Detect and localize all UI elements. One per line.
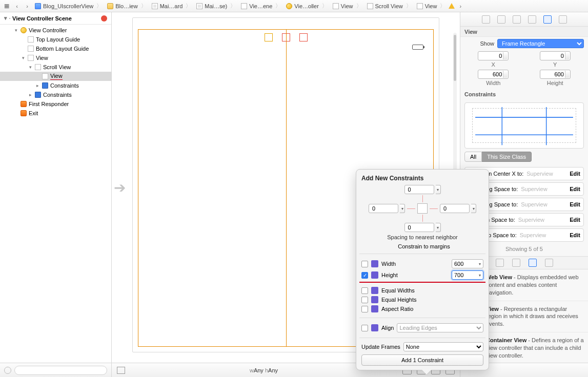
pin-left-field[interactable] [369,204,398,213]
tree-row[interactable]: ▾View [0,53,111,62]
pin-bottom-field[interactable] [404,223,434,232]
constraints-header: Constraints [460,89,588,99]
breadcrumb-item[interactable]: Mai…se)〉 [194,2,238,10]
tree-row[interactable]: ▾Scroll View [0,62,111,72]
scene-header[interactable]: ▾View Controller Scene [0,12,111,25]
inspector-section-view: View [460,27,588,37]
annotation-underline [359,282,485,283]
pin-top-menu[interactable]: ▾ [436,185,441,194]
width-field[interactable] [478,70,509,79]
align-icon [371,324,378,331]
constraint-edit[interactable]: Edit [570,201,580,207]
height-field[interactable] [540,70,571,79]
constraint-edit[interactable]: Edit [570,232,580,238]
breadcrumb-overflow[interactable]: › [456,2,465,11]
width-value[interactable]: 600▾ [452,259,483,268]
equal-heights-icon [371,296,378,303]
pin-top-field[interactable] [404,185,434,194]
seg-all[interactable]: All [464,152,482,162]
aspect-ratio-icon [371,305,378,312]
segue-arrow-icon: ➔ [114,179,126,196]
align-checkbox[interactable] [361,325,368,331]
breadcrumb-item[interactable]: Blog_UIscrollerView〉 [33,2,104,10]
inspector-tab-bar [460,12,588,27]
tree-row[interactable]: ▸Constraints [0,81,111,90]
equal-widths-checkbox[interactable] [361,287,368,294]
back-button[interactable]: ‹ [12,2,22,11]
quickhelp-inspector-tab[interactable] [497,15,505,24]
pin-left-menu[interactable]: ▾ [400,204,405,213]
pin-center-box[interactable] [417,203,428,214]
constraint-edit[interactable]: Edit [570,171,580,177]
breadcrumb-bar: ▦ ‹ › Blog_UIscrollerView〉 Blo…iew〉 Mai…… [0,0,588,12]
outline-filter[interactable] [14,366,107,375]
update-frames-select[interactable]: None [403,342,483,351]
forward-button[interactable]: › [23,2,32,11]
outline-tree: ▾View ControllerTop Layout GuideBottom L… [0,25,111,119]
size-class-control[interactable]: wAny hAny [250,367,278,373]
height-checkbox[interactable]: ✓ [361,272,368,279]
file-inspector-tab[interactable] [482,15,490,24]
size-class-segmented[interactable]: All This Size Class [464,152,584,162]
equal-heights-checkbox[interactable] [361,297,368,303]
width-icon [371,260,378,267]
breadcrumb-item[interactable]: Scroll View〉 [365,2,414,10]
add-constraints-button[interactable]: Add 1 Constraint [361,354,483,366]
constraint-edit[interactable]: Edit [570,217,580,223]
seg-this-size-class[interactable]: This Size Class [482,152,532,162]
warning-icon[interactable] [449,3,455,9]
scene-status-icon[interactable] [101,15,107,22]
constraint-edit[interactable]: Edit [570,186,580,192]
document-outline-toggle[interactable] [117,367,125,374]
tree-row[interactable]: ▾View Controller [0,26,111,35]
media-library-tab[interactable] [545,259,553,267]
show-label: Show [464,40,494,47]
file-templates-tab[interactable] [496,259,504,267]
breadcrumb-item[interactable]: Vie…ene〉 [239,2,283,10]
height-icon [371,271,378,279]
attributes-inspector-tab[interactable] [528,15,536,24]
breadcrumb-item[interactable]: Vie…oller〉 [284,2,330,10]
code-snippets-tab[interactable] [512,259,520,267]
identity-inspector-tab[interactable] [513,15,521,24]
tree-row[interactable]: Exit [0,109,111,118]
y-field[interactable] [540,51,571,60]
size-inspector-tab[interactable] [543,15,552,24]
aspect-ratio-checkbox[interactable] [361,306,368,312]
navigator-pane: ▾View Controller Scene ▾View ControllerT… [0,12,112,363]
tree-row[interactable]: ▸Constraints [0,90,111,99]
breadcrumb-item[interactable]: Mai…ard〉 [150,2,194,10]
breadcrumb-item[interactable]: View〉 [415,2,448,10]
pin-bottom-menu[interactable]: ▾ [436,223,441,232]
tree-row[interactable]: Bottom Layout Guide [0,44,111,53]
show-select[interactable]: Frame Rectangle [497,39,584,48]
bottom-bar: wAny hAny [0,363,588,377]
pin-right-field[interactable] [440,204,470,213]
align-select[interactable]: Leading Edges [397,323,483,332]
constraints-diagram [464,102,584,149]
pin-right-menu[interactable]: ▾ [471,204,476,213]
width-checkbox[interactable] [361,261,368,267]
object-library-tab[interactable] [529,259,537,267]
equal-widths-icon [371,287,378,294]
tree-row[interactable]: Top Layout Guide [0,35,111,44]
tree-row[interactable]: View [0,72,111,81]
popover-title: Add New Constraints [361,175,483,182]
spacing-note: Spacing to nearest neighbor [361,234,483,240]
breadcrumb-item[interactable]: View〉 [331,2,364,10]
x-field[interactable] [478,51,509,60]
height-value[interactable]: 700▾ [452,270,483,280]
connections-inspector-tab[interactable] [559,15,567,24]
update-frames-label: Update Frames [361,344,400,350]
filter-icon[interactable] [4,367,11,374]
breadcrumb-item[interactable]: Blo…iew〉 [105,2,148,10]
tree-row[interactable]: First Responder [0,99,111,109]
pin-popover: Add New Constraints ▾ ▾ ▾ ▾ Spacing to n… [356,169,489,370]
apps-grid-icon[interactable]: ▦ [2,2,11,11]
